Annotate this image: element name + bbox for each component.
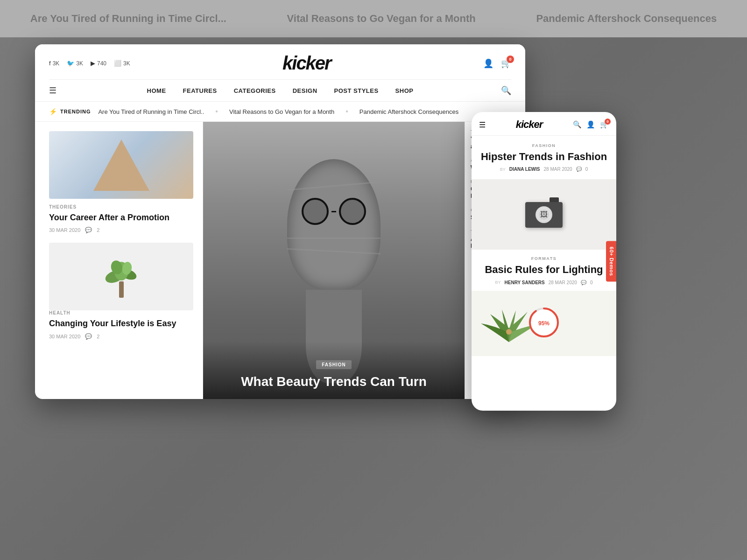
bg-article-3: Pandemic Aftershock Consequences [536, 13, 717, 25]
comment-count-2: 2 [97, 334, 99, 339]
mobile-comments-2: 0 [590, 280, 593, 285]
facebook-count: 3K [53, 60, 60, 67]
trending-item-3[interactable]: Pandemic Aftershock Consequences [359, 108, 458, 115]
comment-icon-2: 💬 [85, 333, 92, 340]
article-meta-2: 30 MAR 2020 💬 2 [49, 333, 193, 340]
mobile-cart-badge: 0 [605, 119, 611, 125]
navigation: ☰ HOME FEATURES CATEGORIES DESIGN POST S… [49, 79, 511, 101]
bolt-icon: ⚡ [49, 108, 57, 115]
trending-text: TRENDING [60, 109, 91, 114]
cart-badge: 0 [507, 56, 514, 63]
mobile-author-2: HENRY SANDERS [505, 280, 545, 285]
mobile-menu-icon[interactable]: ☰ [479, 120, 486, 129]
social-links: f 3K 🐦 3K ▶ 740 ⬜ 3K [49, 60, 130, 67]
trending-item-1[interactable]: Are You Tired of Running in Time Circl.. [98, 108, 204, 115]
facebook-icon: f [49, 60, 51, 67]
svg-point-7 [506, 329, 512, 335]
mobile-search-icon[interactable]: 🔍 [573, 120, 582, 129]
desktop-window: f 3K 🐦 3K ▶ 740 ⬜ 3K kicker [35, 44, 525, 399]
bandage-line-1 [287, 181, 381, 190]
mobile-by-1: BY [500, 167, 506, 172]
mobile-comment-icon-2: 💬 [581, 280, 586, 285]
nav-post-styles[interactable]: POST STYLES [334, 87, 379, 94]
hero-caption: FASHION What Beauty Trends Can Turn [203, 341, 465, 399]
social-instagram[interactable]: ⬜ 3K [114, 60, 130, 67]
mobile-cart-wrapper[interactable]: 🛒 0 [600, 120, 609, 129]
category-theories: THEORIES [49, 204, 193, 210]
bg-article-1: Are You Tired of Running in Time Circl..… [30, 13, 226, 25]
mobile-content: FASHION Hipster Trends in Fashion BY DIA… [472, 136, 616, 411]
menu-hamburger-icon[interactable]: ☰ [49, 85, 56, 96]
mobile-camera-image: 🖼 [472, 180, 616, 250]
mobile-comment-icon-1: 💬 [576, 167, 582, 172]
glasses-bridge [331, 211, 336, 212]
twitter-icon: 🐦 [67, 60, 74, 67]
nav-features[interactable]: FEATURES [183, 87, 217, 94]
hero-tag: FASHION [316, 360, 351, 369]
center-column: FASHION What Beauty Trends Can Turn [203, 122, 465, 399]
user-icon[interactable]: 👤 [483, 58, 493, 69]
nav-categories[interactable]: CATEGORIES [234, 87, 276, 94]
mobile-nav-icons: 🔍 👤 🛒 0 [573, 120, 609, 129]
progress-wrapper: 95% [528, 306, 560, 341]
article-card-2: HEALTH Changing Your Lifestyle is Easy 3… [49, 243, 193, 339]
mobile-article-1-meta: BY DIANA LEWIS 28 MAR 2020 💬 0 [479, 167, 609, 172]
mobile-window: ☰ kicker 🔍 👤 🛒 0 FASHION Hipster Trends … [472, 112, 616, 411]
progress-text: 95% [538, 320, 550, 327]
mobile-formats-tag: FORMATS [479, 256, 609, 261]
mobile-article-1-header: FASHION Hipster Trends in Fashion BY DIA… [472, 136, 616, 180]
social-twitter[interactable]: 🐦 3K [67, 60, 83, 67]
nav-shop[interactable]: SHOP [395, 87, 414, 94]
mobile-article-2-title[interactable]: Basic Rules for Lighting [479, 264, 609, 276]
instagram-count: 3K [123, 60, 130, 67]
nav-design[interactable]: DESIGN [293, 87, 317, 94]
social-youtube[interactable]: ▶ 740 [91, 60, 106, 67]
hero-title[interactable]: What Beauty Trends Can Turn [212, 374, 455, 390]
bg-strip-top: Are You Tired of Running in Time Circl..… [0, 0, 747, 37]
mobile-date-1: 28 MAR 2020 [544, 167, 572, 172]
mobile-article-2: FORMATS Basic Rules for Lighting BY HENR… [472, 250, 616, 285]
demos-banner[interactable]: 60+ Demos [606, 241, 616, 282]
camera-top [550, 197, 559, 202]
header-top: f 3K 🐦 3K ▶ 740 ⬜ 3K kicker [49, 44, 511, 79]
mobile-header: ☰ kicker 🔍 👤 🛒 0 [472, 112, 616, 136]
comment-count-1: 2 [97, 227, 99, 233]
trending-item-2[interactable]: Vital Reasons to Go Vegan for a Month [229, 108, 334, 115]
mobile-palm-image: 95% [472, 291, 616, 356]
social-facebook[interactable]: f 3K [49, 60, 59, 67]
content-area: THEORIES Your Career After a Promotion 3… [35, 122, 525, 399]
article-date-1: 30 MAR 2020 [49, 227, 80, 233]
hero-image: FASHION What Beauty Trends Can Turn [203, 122, 465, 399]
article-img-1 [49, 131, 193, 199]
article-date-2: 30 MAR 2020 [49, 334, 80, 339]
image-overlay-icon: 🖼 [536, 206, 552, 223]
header: f 3K 🐦 3K ▶ 740 ⬜ 3K kicker [35, 44, 525, 102]
mobile-by-2: BY [495, 280, 501, 285]
trending-bar: ⚡ TRENDING Are You Tired of Running in T… [35, 102, 525, 122]
plant-svg [103, 253, 140, 300]
mobile-date-2: 28 MAR 2020 [549, 280, 577, 285]
mobile-article-1-title[interactable]: Hipster Trends in Fashion [479, 151, 609, 163]
cart-wrapper[interactable]: 🛒 0 [501, 58, 511, 69]
svg-rect-0 [119, 281, 124, 298]
right-lens [339, 198, 366, 225]
hero-figure: FASHION What Beauty Trends Can Turn [203, 122, 465, 399]
mobile-fashion-tag: FASHION [479, 143, 609, 148]
comment-icon-1: 💬 [85, 227, 92, 233]
youtube-icon: ▶ [91, 60, 95, 67]
left-column: THEORIES Your Career After a Promotion 3… [35, 122, 203, 399]
article-card-1: THEORIES Your Career After a Promotion 3… [49, 131, 193, 233]
article-title-2[interactable]: Changing Your Lifestyle is Easy [49, 318, 193, 329]
mobile-user-icon[interactable]: 👤 [586, 120, 595, 129]
site-logo[interactable]: kicker [282, 53, 331, 74]
article-img-2 [49, 243, 193, 310]
mobile-article-2-meta: BY HENRY SANDERS 28 MAR 2020 💬 0 [479, 280, 609, 285]
mobile-comments-1: 0 [585, 167, 588, 172]
nav-home[interactable]: HOME [147, 87, 166, 94]
bandage-line-3 [287, 248, 381, 254]
article-title-1[interactable]: Your Career After a Promotion [49, 212, 193, 223]
instagram-icon: ⬜ [114, 60, 121, 67]
search-icon[interactable]: 🔍 [501, 85, 511, 96]
header-actions: 👤 🛒 0 [483, 58, 511, 69]
mobile-logo[interactable]: kicker [516, 119, 543, 131]
